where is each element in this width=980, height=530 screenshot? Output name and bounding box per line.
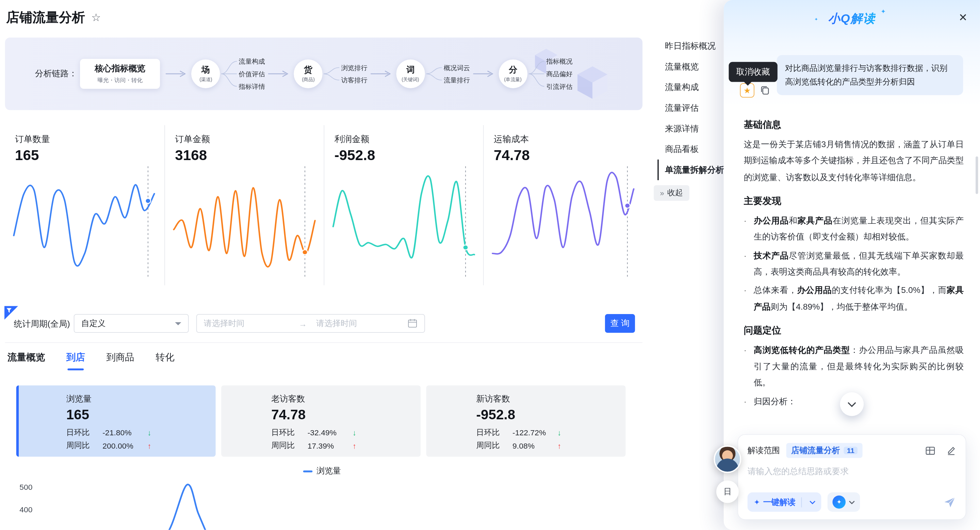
stat-value: 74.78 xyxy=(271,407,421,423)
stat-compare-row: 周同比200.00%↑ xyxy=(66,441,216,451)
nav-item[interactable]: 流量概览 xyxy=(657,56,724,77)
assistant-avatar[interactable] xyxy=(714,445,741,473)
copy-button[interactable] xyxy=(759,85,771,96)
chain-node-sub: (单流量) xyxy=(504,76,522,83)
arrow-down-icon: ↓ xyxy=(353,428,356,437)
metric-label: 订单金额 xyxy=(175,134,314,145)
period-select[interactable]: 自定义 xyxy=(74,314,189,333)
close-panel-button[interactable]: ✕ xyxy=(959,11,967,24)
stat-value: 165 xyxy=(66,407,216,423)
chain-node-circle: 词(关键词) xyxy=(396,59,425,88)
prompt-input[interactable]: 请输入您的总结思路或要求 xyxy=(748,466,956,477)
favorite-star-icon[interactable]: ☆ xyxy=(91,11,101,24)
metric-card: 利润金额-952.8 xyxy=(324,125,483,285)
arrow-up-icon: ↑ xyxy=(353,441,356,450)
stat-row-key: 周同比 xyxy=(476,441,513,451)
chart-legend[interactable]: 浏览量 xyxy=(0,466,644,477)
chain-branch-label[interactable]: 访客排行 xyxy=(341,74,368,86)
sparkline-chart xyxy=(11,164,157,280)
chain-node-char: 场 xyxy=(202,64,210,75)
nav-item[interactable]: 单流量拆解分析 xyxy=(657,160,724,180)
stat-card[interactable]: 浏览量165日环比-21.80%↓周同比200.00%↑ xyxy=(16,385,216,457)
filter-ribbon-icon xyxy=(5,306,18,319)
filter-bar: 统计周期(全局) 自定义 请选择时间 → 请选择时间 查 询 xyxy=(5,313,643,334)
copy-icon xyxy=(759,85,771,96)
stat-compare-row: 日环比-21.80%↓ xyxy=(66,427,216,438)
favorited-star-button[interactable]: ★ xyxy=(740,83,754,97)
stat-compare-row: 周同比9.08%↑ xyxy=(476,441,626,451)
query-button[interactable]: 查 询 xyxy=(605,314,635,333)
chain-branch-label[interactable]: 浏览排行 xyxy=(341,61,368,74)
ai-paragraph: 这是一份关于某店铺3月销售情况的数据，涵盖了从订单日期到运输成本等多个关键指标，… xyxy=(744,136,964,186)
composer-scope-row: 解读范围 店铺流量分析 11 xyxy=(748,443,956,458)
chain-nodes: 场(渠道)流量构成价值评估指标详情货(商品)浏览排行访客排行词(关键词)概况词云… xyxy=(163,37,573,110)
chain-branch-label[interactable]: 流量构成 xyxy=(239,55,265,68)
table-view-button[interactable] xyxy=(925,445,935,456)
chain-node[interactable]: 场(渠道)流量构成价值评估指标详情 xyxy=(191,55,265,93)
end-date-input[interactable]: 请选择时间 xyxy=(316,318,407,329)
chain-branch-label[interactable]: 指标概况 xyxy=(546,55,572,68)
metric-label: 运输成本 xyxy=(494,134,633,145)
scope-tag-label: 店铺流量分析 xyxy=(791,445,840,456)
chain-start-node[interactable]: 核心指标概览 曝光・访问・转化 xyxy=(80,59,160,89)
stat-row-key: 日环比 xyxy=(476,427,513,438)
chain-branch-label[interactable]: 流量排行 xyxy=(444,74,470,86)
double-chevron-icon: » xyxy=(660,189,664,198)
analysis-chain-banner: 分析链路： 核心指标概览 曝光・访问・转化 场(渠道)流量构成价值评估指标详情货… xyxy=(5,37,643,110)
nav-item[interactable]: 流量评估 xyxy=(657,98,724,118)
one-click-interpret-button[interactable]: ✦ 一键解读 xyxy=(748,492,821,512)
ai-bullet: ·总体来看，办公用品的支付转化率为【5.0%】，而家具产品则为【4.89%】，均… xyxy=(744,283,964,315)
chain-branch-label[interactable]: 概况词云 xyxy=(444,61,470,74)
collapse-button[interactable]: » 收起 xyxy=(654,185,689,201)
chain-node[interactable]: 分(单流量)指标概况商品偏好引流评估 xyxy=(499,55,573,93)
magic-icon: ✦ xyxy=(754,498,760,506)
pencil-icon xyxy=(946,445,956,456)
nav-item[interactable]: 昨日指标概况 xyxy=(657,36,724,57)
send-button[interactable] xyxy=(943,496,956,509)
chevron-down-icon xyxy=(175,322,181,325)
chain-node-char: 词 xyxy=(406,64,415,75)
chain-node-sub: (渠道) xyxy=(199,76,212,83)
scope-tag[interactable]: 店铺流量分析 11 xyxy=(786,443,862,458)
chain-node[interactable]: 货(商品)浏览排行访客排行 xyxy=(294,59,368,88)
metric-value: 74.78 xyxy=(494,147,633,164)
chain-branch-label[interactable]: 指标详情 xyxy=(239,80,265,93)
ai-insight-panel: 小Q解读 ✦ ✦ ✕ 取消收藏 ★ 对比商品浏览量排行与访客数排行数据，识别高浏… xyxy=(724,0,980,530)
bullet-icon: · xyxy=(744,393,754,410)
stat-row-key: 周同比 xyxy=(271,441,308,451)
stat-card[interactable]: 新访客数-952.8日环比-122.72%↓周同比9.08%↑ xyxy=(426,385,626,457)
nav-item[interactable]: 商品看板 xyxy=(657,139,724,160)
scope-label: 解读范围 xyxy=(748,445,780,456)
chevron-down-icon[interactable] xyxy=(806,500,821,504)
composer-action-row: ✦ 一键解读 ✦ xyxy=(748,492,956,512)
scrollbar[interactable] xyxy=(975,156,978,194)
stat-label: 新访客数 xyxy=(476,393,626,405)
model-selector[interactable]: ✦ xyxy=(827,492,860,512)
metric-card: 订单数量165 xyxy=(5,125,164,285)
chain-start-subtitle: 曝光・访问・转化 xyxy=(80,76,160,85)
stat-card[interactable]: 老访客数74.78日环比-32.49%↓周同比17.39%↑ xyxy=(221,385,421,457)
date-range-picker[interactable]: 请选择时间 → 请选择时间 xyxy=(196,314,425,333)
ai-composer: 解读范围 店铺流量分析 11 xyxy=(737,434,966,520)
sparkline-chart xyxy=(490,164,635,280)
chain-node[interactable]: 词(关键词)概况词云流量排行 xyxy=(396,59,470,88)
nav-item[interactable]: 来源详情 xyxy=(657,118,724,139)
scroll-down-button[interactable] xyxy=(840,393,864,416)
bullet-icon: · xyxy=(744,212,754,246)
start-date-input[interactable]: 请选择时间 xyxy=(204,318,299,329)
ai-bullet: ·技术产品尽管浏览量最低，但其无线端下单买家数却最高，表明这类商品具有较高的转化… xyxy=(744,247,964,281)
floating-widget-button[interactable]: 日 xyxy=(716,481,739,503)
tab-item[interactable]: 流量概览 xyxy=(8,351,45,370)
nav-item[interactable]: 流量构成 xyxy=(657,77,724,98)
chain-branch-label[interactable]: 商品偏好 xyxy=(546,67,572,80)
chain-branch-label[interactable]: 引流评估 xyxy=(546,80,572,93)
quick-button-label: 一键解读 xyxy=(763,496,796,508)
ai-panel-header: 小Q解读 ✦ ✦ xyxy=(724,11,980,27)
tab-item[interactable]: 转化 xyxy=(156,351,174,370)
page-header: 店铺流量分析 ☆ xyxy=(6,9,101,26)
stat-row-value: -21.80% xyxy=(102,428,147,437)
edit-button[interactable] xyxy=(946,445,956,456)
tab-item[interactable]: 到商品 xyxy=(106,351,134,370)
chain-branch-label[interactable]: 价值评估 xyxy=(239,67,265,80)
tab-item[interactable]: 到店 xyxy=(66,351,85,370)
